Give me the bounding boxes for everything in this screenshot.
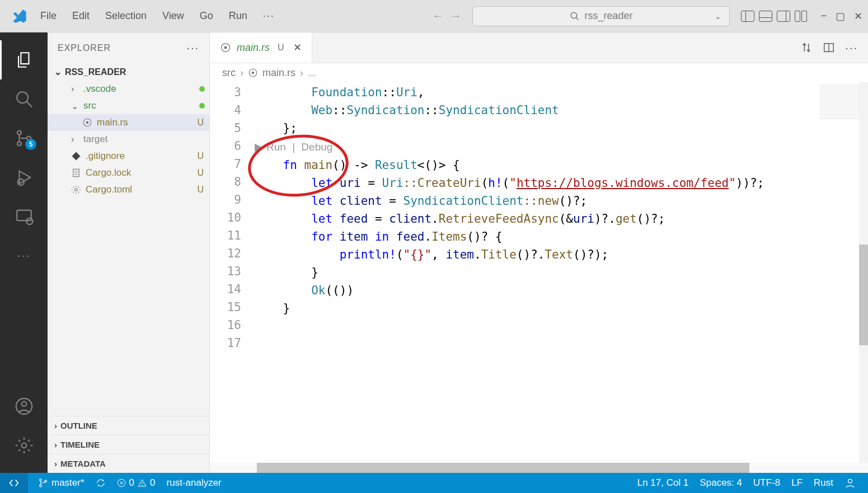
breadcrumb[interactable]: src › main.rs › ... bbox=[210, 63, 868, 82]
status-sync[interactable] bbox=[90, 478, 111, 488]
status-indentation[interactable]: Spaces: 4 bbox=[694, 477, 748, 489]
svg-point-26 bbox=[40, 479, 42, 481]
activity-run-debug[interactable] bbox=[0, 158, 48, 197]
svg-point-12 bbox=[21, 443, 26, 448]
untracked-badge: U bbox=[197, 151, 204, 161]
chevron-icon: › bbox=[71, 84, 79, 94]
toggle-secondary-sidebar-icon[interactable] bbox=[777, 11, 790, 22]
activity-bar: 5 ··· bbox=[0, 32, 48, 473]
menu-selection[interactable]: Selection bbox=[98, 7, 153, 25]
modified-dot-icon bbox=[199, 86, 205, 92]
svg-point-11 bbox=[21, 402, 26, 407]
menu-file[interactable]: File bbox=[34, 7, 63, 25]
editor-more-actions[interactable]: ··· bbox=[845, 41, 858, 54]
code-content[interactable]: Foundation::Uri, Web::Syndication::Syndi… bbox=[255, 82, 868, 463]
menu-edit[interactable]: Edit bbox=[65, 7, 96, 25]
status-rust-analyzer[interactable]: rust-analyzer bbox=[161, 477, 227, 489]
untracked-badge: U bbox=[197, 168, 204, 178]
timeline-section[interactable]: ›TIMELINE bbox=[48, 435, 209, 454]
sidebar-actions-more[interactable]: ··· bbox=[186, 41, 199, 54]
menu-go[interactable]: Go bbox=[193, 7, 220, 25]
activity-explorer[interactable] bbox=[0, 40, 48, 79]
svg-point-31 bbox=[142, 485, 142, 485]
svg-line-1 bbox=[576, 17, 579, 20]
git-icon bbox=[71, 151, 81, 161]
compare-changes-icon[interactable] bbox=[800, 41, 813, 54]
editor-group: main.rs U ✕ ··· src › main.rs › ... 3456… bbox=[210, 32, 868, 473]
tree-item--gitignore[interactable]: .gitignoreU bbox=[48, 148, 209, 165]
tab-main-rs[interactable]: main.rs U ✕ bbox=[210, 32, 312, 63]
minimap[interactable] bbox=[820, 84, 859, 119]
tab-close-icon[interactable]: ✕ bbox=[293, 41, 302, 54]
command-center-search[interactable]: rss_reader ⌄ bbox=[472, 6, 730, 26]
svg-point-4 bbox=[17, 131, 21, 135]
gear-icon bbox=[71, 185, 81, 195]
tree-item-Cargo-lock[interactable]: Cargo.lockU bbox=[48, 165, 209, 181]
activity-settings[interactable] bbox=[0, 426, 48, 465]
chevron-down-icon: ⌄ bbox=[54, 67, 62, 77]
svg-point-27 bbox=[40, 485, 42, 487]
codelens-run[interactable]: Run bbox=[266, 138, 286, 156]
titlebar: File Edit Selection View Go Run ··· ← → … bbox=[0, 0, 868, 32]
nav-back-icon[interactable]: ← bbox=[432, 10, 443, 22]
tree-item-src[interactable]: ⌄src bbox=[48, 97, 209, 114]
explorer-sidebar: EXPLORER ··· ⌄ RSS_READER ›.vscode⌄srcma… bbox=[48, 32, 210, 473]
svg-point-2 bbox=[17, 92, 28, 103]
status-feedback-icon[interactable] bbox=[839, 477, 861, 489]
svg-point-9 bbox=[26, 218, 32, 224]
maximize-icon[interactable]: ▢ bbox=[836, 10, 845, 22]
status-language[interactable]: Rust bbox=[808, 477, 839, 489]
untracked-badge: U bbox=[197, 185, 204, 195]
activity-source-control[interactable]: 5 bbox=[0, 119, 48, 158]
code-editor[interactable]: 34567891011121314151617 Foundation::Uri,… bbox=[210, 82, 868, 463]
customize-layout-icon[interactable] bbox=[795, 11, 809, 22]
minimize-icon[interactable]: − bbox=[820, 10, 827, 22]
layout-controls bbox=[741, 11, 809, 22]
status-cursor-position[interactable]: Ln 17, Col 1 bbox=[632, 477, 695, 489]
tree-root[interactable]: ⌄ RSS_READER bbox=[48, 63, 209, 81]
status-problems[interactable]: 0 0 bbox=[111, 477, 161, 489]
svg-point-19 bbox=[75, 189, 78, 191]
chevron-icon: ⌄ bbox=[71, 101, 79, 111]
svg-point-0 bbox=[571, 12, 578, 18]
remote-window-button[interactable] bbox=[0, 473, 28, 493]
activity-accounts[interactable] bbox=[0, 387, 48, 426]
chevron-down-icon[interactable]: ⌄ bbox=[715, 12, 721, 21]
svg-point-32 bbox=[848, 479, 852, 483]
chevron-icon: › bbox=[71, 134, 79, 144]
menu-view[interactable]: View bbox=[156, 7, 191, 25]
file-icon bbox=[71, 168, 81, 178]
status-bar: master* 0 0 rust-analyzer Ln 17, Col 1 S… bbox=[0, 473, 868, 493]
status-eol[interactable]: LF bbox=[786, 477, 808, 489]
activity-remote-explorer[interactable] bbox=[0, 197, 48, 236]
window-controls: − ▢ ✕ bbox=[820, 10, 862, 22]
nav-forward-icon[interactable]: → bbox=[450, 10, 461, 22]
tree-item--vscode[interactable]: ›.vscode bbox=[48, 81, 209, 97]
status-branch[interactable]: master* bbox=[32, 477, 90, 489]
metadata-section[interactable]: ›METADATA bbox=[48, 454, 209, 473]
activity-search[interactable] bbox=[0, 79, 48, 119]
tree-item-main-rs[interactable]: main.rsU bbox=[48, 114, 209, 131]
close-icon[interactable]: ✕ bbox=[854, 10, 862, 22]
scm-badge: 5 bbox=[25, 139, 36, 150]
rust-icon bbox=[220, 42, 231, 53]
tree-item-target[interactable]: ›target bbox=[48, 131, 209, 148]
toggle-panel-icon[interactable] bbox=[759, 11, 772, 22]
horizontal-scrollbar[interactable] bbox=[210, 463, 868, 473]
svg-line-3 bbox=[26, 101, 32, 107]
split-editor-icon[interactable] bbox=[823, 41, 835, 54]
rust-icon bbox=[82, 118, 92, 128]
menu-run[interactable]: Run bbox=[222, 7, 254, 25]
status-encoding[interactable]: UTF-8 bbox=[748, 477, 786, 489]
untracked-badge: U bbox=[197, 118, 204, 128]
vertical-scrollbar[interactable] bbox=[859, 82, 868, 463]
tree-item-Cargo-toml[interactable]: Cargo.tomlU bbox=[48, 181, 209, 198]
file-tree: ⌄ RSS_READER ›.vscode⌄srcmain.rsU›target… bbox=[48, 63, 209, 198]
menu-more[interactable]: ··· bbox=[256, 7, 281, 25]
outline-section[interactable]: ›OUTLINE bbox=[48, 416, 209, 435]
activity-more[interactable]: ··· bbox=[0, 236, 48, 275]
codelens-debug[interactable]: Debug bbox=[301, 138, 332, 156]
modified-dot-icon bbox=[199, 103, 205, 109]
toggle-primary-sidebar-icon[interactable] bbox=[741, 11, 754, 22]
svg-point-25 bbox=[252, 72, 255, 74]
